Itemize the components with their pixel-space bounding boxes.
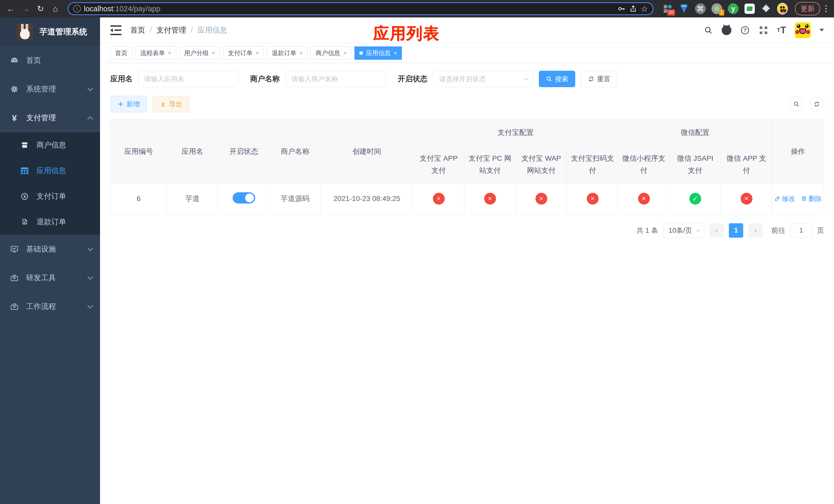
sidebar-item-dev-tools[interactable]: 研发工具 — [0, 264, 100, 292]
browser-reload-icon[interactable]: ↻ — [35, 3, 47, 15]
browser-toolbar: ← → ↻ ⌂ i localhost:1024/pay/app ☆ 10 ⌘ … — [0, 0, 834, 18]
close-icon[interactable]: × — [212, 50, 215, 56]
goto-page-input[interactable] — [790, 223, 812, 238]
col-header-merchant: 商户名称 — [269, 120, 321, 184]
breadcrumb-home[interactable]: 首页 — [130, 25, 145, 36]
svg-text:¥: ¥ — [23, 194, 26, 199]
sidebar-item-infrastructure[interactable]: 基础设施 — [0, 235, 100, 264]
sidebar-item-home[interactable]: 首页 — [0, 46, 100, 75]
navbar-actions: ? TT — [704, 22, 824, 38]
chevron-down-icon — [696, 228, 700, 232]
close-icon[interactable]: × — [300, 50, 303, 56]
col-header-alipay-app: 支付宝 APP 支付 — [413, 145, 464, 183]
col-group-wechat: 微信配置 — [618, 120, 772, 145]
prev-page-button[interactable]: ‹ — [709, 223, 724, 238]
red-annotation-text: 应用列表 — [373, 23, 440, 44]
extension-grid-icon[interactable]: 10 — [662, 3, 673, 14]
tab-pay-order[interactable]: 支付订单× — [223, 46, 264, 60]
status-check-icon: ✓ — [689, 193, 701, 205]
cell-merchant: 芋道源码 — [269, 183, 321, 214]
tab-app-info[interactable]: 应用信息× — [354, 46, 402, 60]
refresh-button[interactable] — [810, 97, 824, 111]
extension-command-icon[interactable]: ⌘ — [695, 3, 706, 14]
reset-button[interactable]: 重置 — [581, 71, 617, 87]
gear-icon — [10, 85, 19, 94]
url-text[interactable]: localhost:1024/pay/app — [84, 5, 614, 13]
dashboard-icon — [10, 56, 19, 65]
extensions-puzzle-icon[interactable] — [761, 3, 771, 14]
share-icon[interactable] — [629, 4, 638, 13]
fullscreen-icon[interactable] — [759, 25, 768, 35]
search-icon[interactable] — [704, 26, 713, 35]
extension-kite-icon[interactable] — [679, 3, 689, 14]
sidebar-menu: 首页 系统管理 ¥ 支付管理 商户信息 — [0, 46, 100, 504]
tab-process-form[interactable]: 流程表单× — [135, 46, 176, 60]
export-button[interactable]: 导出 — [153, 96, 189, 112]
browser-menu-icon[interactable] — [823, 5, 829, 12]
site-info-icon[interactable]: i — [73, 5, 81, 13]
browser-back-icon[interactable]: ← — [5, 3, 17, 15]
status-cross-icon: × — [741, 193, 752, 205]
password-key-icon[interactable] — [617, 4, 626, 13]
yen-icon: ¥ — [10, 113, 19, 123]
app-name-input[interactable] — [138, 71, 238, 87]
sidebar-item-payment[interactable]: ¥ 支付管理 — [0, 104, 100, 132]
cell-created: 2021-10-23 08:49:25 — [321, 183, 413, 214]
sidebar-item-app-info[interactable]: 应用信息 — [0, 158, 100, 184]
tab-merchant-info[interactable]: 商户信息× — [311, 46, 351, 60]
sidebar-collapse-icon[interactable] — [110, 25, 122, 35]
close-icon[interactable]: × — [168, 50, 171, 56]
next-page-button[interactable]: › — [748, 223, 763, 238]
close-icon[interactable]: × — [394, 50, 397, 56]
close-icon[interactable]: × — [343, 50, 347, 56]
search-button[interactable]: 搜索 — [539, 71, 575, 87]
text-size-icon[interactable]: TT — [777, 26, 786, 35]
sidebar-item-label: 系统管理 — [26, 84, 81, 94]
browser-home-icon[interactable]: ⌂ — [49, 3, 62, 15]
monitor-chart-icon — [10, 245, 19, 254]
breadcrumb-section[interactable]: 支付管理 — [156, 25, 186, 36]
tab-home[interactable]: 首页 — [110, 46, 132, 60]
status-label: 开启状态 — [398, 74, 427, 84]
status-toggle[interactable] — [233, 192, 255, 204]
extension-proxy-icon[interactable]: 1 — [711, 3, 722, 14]
browser-update-button[interactable]: 更新 — [795, 2, 820, 15]
page-size-select[interactable]: 10条/页 — [663, 223, 704, 238]
github-icon[interactable] — [722, 25, 731, 35]
edit-link[interactable]: 修改 — [774, 194, 795, 203]
sidebar-item-refund-order[interactable]: 退款订单 — [0, 209, 100, 235]
cell-status — [218, 183, 269, 214]
page-number-button[interactable]: 1 — [729, 223, 743, 238]
help-icon[interactable]: ? — [740, 25, 750, 35]
search-form: 应用名 商户名称 开启状态 请选择开启状态 搜索 重置 — [110, 71, 824, 87]
add-button[interactable]: 新增 — [110, 96, 147, 112]
show-search-button[interactable] — [789, 97, 804, 111]
tab-refund-order[interactable]: 退款订单× — [267, 46, 308, 60]
app-table: 应用编号 应用名 开启状态 商户名称 创建时间 支付宝配置 微信配置 操作 支付… — [110, 119, 824, 214]
sidebar-item-merchant-info[interactable]: 商户信息 — [0, 132, 100, 158]
extension-chat-icon[interactable] — [744, 3, 755, 14]
avatar-caret-icon[interactable] — [819, 29, 824, 31]
sidebar-item-label: 商户信息 — [37, 140, 66, 150]
total-count: 共 1 条 — [637, 226, 658, 235]
close-icon[interactable]: × — [256, 50, 259, 56]
address-bar[interactable]: i localhost:1024/pay/app ☆ — [68, 2, 654, 15]
bookmark-star-icon[interactable]: ☆ — [641, 4, 648, 14]
sidebar-logo[interactable]: 芋道管理系统 — [0, 18, 100, 46]
sidebar-item-pay-order[interactable]: ¥ 支付订单 — [0, 184, 100, 209]
sidebar-item-workflow[interactable]: 工作流程 — [0, 292, 100, 321]
breadcrumb-current: 应用信息 — [197, 25, 227, 36]
col-header-alipay-qr: 支付宝扫码支付 — [567, 145, 618, 183]
status-select[interactable]: 请选择开启状态 — [433, 71, 533, 87]
chevron-down-icon — [87, 245, 93, 251]
col-header-created: 创建时间 — [321, 120, 413, 184]
merchant-name-input[interactable] — [285, 71, 386, 87]
browser-profile-avatar[interactable] — [777, 3, 788, 14]
tab-user-group[interactable]: 用户分组× — [179, 46, 220, 60]
col-header-alipay-pc: 支付宝 PC 网站支付 — [464, 145, 516, 183]
user-avatar[interactable] — [795, 22, 811, 38]
delete-link[interactable]: 删除 — [801, 194, 822, 203]
extension-y-icon[interactable]: y — [728, 3, 739, 14]
browser-forward-icon[interactable]: → — [20, 3, 32, 15]
sidebar-item-system[interactable]: 系统管理 — [0, 75, 100, 104]
